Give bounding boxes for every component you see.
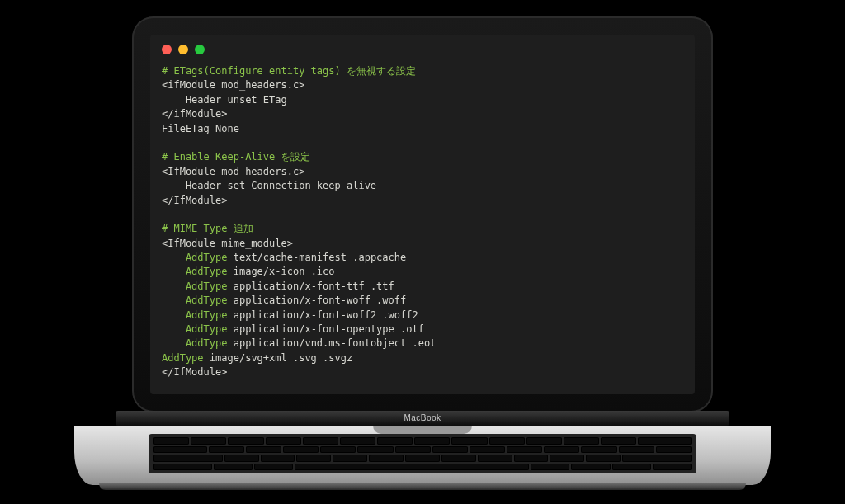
code-line: image/x-icon .ico xyxy=(227,266,334,277)
key-row xyxy=(153,455,692,462)
key[interactable] xyxy=(619,446,654,454)
code-line: application/x-font-opentype .otf xyxy=(227,323,423,335)
code-line: Header set Connection keep-alive xyxy=(162,180,376,191)
key[interactable] xyxy=(601,437,636,445)
laptop-lid: # ETags(Configure entity tags) を無視する設定 <… xyxy=(132,16,713,412)
code-line: </IfModule> xyxy=(162,366,227,378)
key[interactable] xyxy=(320,446,356,454)
trackpad-notch xyxy=(373,426,472,434)
minimize-icon[interactable] xyxy=(178,45,188,54)
key[interactable] xyxy=(266,437,301,445)
key[interactable] xyxy=(544,446,579,454)
code-line: <IfModule mime_module> xyxy=(162,238,293,249)
code-line: <IfModule mod_headers.c> xyxy=(162,166,304,177)
key[interactable] xyxy=(303,437,338,445)
code-line: Header unset ETag xyxy=(162,94,287,106)
code-line: </ifModule> xyxy=(162,108,227,120)
code-line: application/x-font-woff .woff xyxy=(227,294,406,306)
zoom-icon[interactable] xyxy=(195,45,205,54)
key[interactable] xyxy=(261,455,295,462)
key[interactable] xyxy=(283,446,319,454)
key[interactable] xyxy=(153,455,223,462)
key[interactable] xyxy=(333,455,367,462)
device-brand-label: MacBook xyxy=(0,412,845,424)
key-row xyxy=(153,464,692,471)
laptop-deck xyxy=(74,426,771,485)
code-line: application/x-font-woff2 .woff2 xyxy=(227,309,418,321)
key-row xyxy=(153,446,692,454)
key[interactable] xyxy=(653,464,692,471)
terminal-window: # ETags(Configure entity tags) を無視する設定 <… xyxy=(150,35,695,394)
code-line: text/cache-manifest .appcache xyxy=(227,252,406,263)
macbook-mockup: # ETags(Configure entity tags) を無視する設定 <… xyxy=(0,0,845,504)
key[interactable] xyxy=(369,455,404,462)
window-controls xyxy=(162,45,205,54)
key[interactable] xyxy=(526,437,562,445)
keyboard xyxy=(149,434,696,473)
key[interactable] xyxy=(224,455,259,462)
key-row xyxy=(153,437,692,445)
code-keyword: AddType xyxy=(162,252,227,263)
key[interactable] xyxy=(153,464,212,471)
key[interactable] xyxy=(478,455,512,462)
key[interactable] xyxy=(228,437,263,445)
key-spacebar[interactable] xyxy=(295,464,529,471)
key[interactable] xyxy=(489,437,525,445)
code-keyword: AddType xyxy=(162,294,227,306)
key[interactable] xyxy=(191,437,226,445)
code-line: <ifModule mod_headers.c> xyxy=(162,79,304,91)
code-editor-content: # ETags(Configure entity tags) を無視する設定 <… xyxy=(162,64,683,386)
code-line: FileETag None xyxy=(162,123,239,134)
key[interactable] xyxy=(612,464,651,471)
code-line: </IfModule> xyxy=(162,195,227,206)
key[interactable] xyxy=(153,446,207,454)
key[interactable] xyxy=(550,455,584,462)
key[interactable] xyxy=(470,446,505,454)
key[interactable] xyxy=(296,455,331,462)
code-keyword: AddType xyxy=(162,352,204,364)
key[interactable] xyxy=(246,446,281,454)
key[interactable] xyxy=(581,446,616,454)
code-comment: # Enable Keep-Alive を設定 xyxy=(162,151,311,163)
key[interactable] xyxy=(656,446,692,454)
key[interactable] xyxy=(531,464,569,471)
code-keyword: AddType xyxy=(162,309,227,321)
code-comment: # MIME Type 追加 xyxy=(162,223,253,234)
key[interactable] xyxy=(514,455,549,462)
key[interactable] xyxy=(586,455,621,462)
key[interactable] xyxy=(571,464,610,471)
key[interactable] xyxy=(254,464,293,471)
key[interactable] xyxy=(564,437,599,445)
key[interactable] xyxy=(395,446,431,454)
key[interactable] xyxy=(432,446,468,454)
laptop-foot xyxy=(99,483,746,490)
key[interactable] xyxy=(153,437,189,445)
key[interactable] xyxy=(377,437,413,445)
code-keyword: AddType xyxy=(162,280,227,292)
close-icon[interactable] xyxy=(162,45,172,54)
code-line: application/vnd.ms-fontobject .eot xyxy=(227,337,436,349)
key[interactable] xyxy=(451,437,487,445)
code-line: image/svg+xml .svg .svgz xyxy=(204,352,353,364)
code-line: application/x-font-ttf .ttf xyxy=(227,280,394,292)
key[interactable] xyxy=(622,455,692,462)
key[interactable] xyxy=(214,464,253,471)
key[interactable] xyxy=(405,455,440,462)
key[interactable] xyxy=(507,446,542,454)
code-keyword: AddType xyxy=(162,266,227,277)
key[interactable] xyxy=(638,437,692,445)
key[interactable] xyxy=(414,437,450,445)
key[interactable] xyxy=(209,446,244,454)
code-comment: # ETags(Configure entity tags) を無視する設定 xyxy=(162,65,416,77)
code-keyword: AddType xyxy=(162,323,227,335)
key[interactable] xyxy=(340,437,375,445)
key[interactable] xyxy=(441,455,476,462)
key[interactable] xyxy=(357,446,393,454)
code-keyword: AddType xyxy=(162,337,227,349)
